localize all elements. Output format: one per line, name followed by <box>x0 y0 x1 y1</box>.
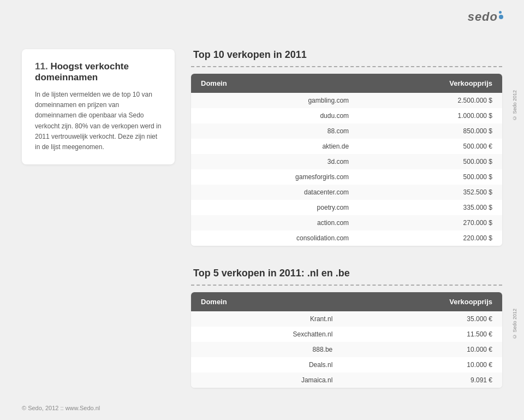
price-cell: 850.000 $ <box>359 123 502 139</box>
top10-col-domain: Domein <box>191 74 359 93</box>
logo-dot-small <box>499 11 502 14</box>
logo-text: sedo <box>468 10 498 24</box>
table-row: dudu.com 1.000.000 $ <box>191 108 502 123</box>
footer-text: © Sedo, 2012 :: www.Sedo.nl <box>22 405 100 411</box>
domain-cell: Krant.nl <box>191 311 342 327</box>
price-cell: 270.000 $ <box>359 215 502 230</box>
domain-cell: gambling.com <box>191 93 359 108</box>
left-panel: 11. Hoogst verkochte domeinnamen In de l… <box>22 49 175 388</box>
domain-cell: action.com <box>191 215 359 230</box>
table-row: 3d.com 500.000 $ <box>191 154 502 169</box>
table-row: Jamaica.nl 9.091 € <box>191 372 502 388</box>
main-content: 11. Hoogst verkochte domeinnamen In de l… <box>22 49 502 388</box>
sedo-logo: sedo <box>468 10 503 24</box>
table-row: action.com 270.000 $ <box>191 215 502 230</box>
table-row: Deals.nl 10.000 € <box>191 357 502 372</box>
price-cell: 11.500 € <box>342 327 502 342</box>
domain-cell: 88.com <box>191 123 359 139</box>
domain-cell: datacenter.com <box>191 185 359 200</box>
domain-cell: Sexchatten.nl <box>191 327 342 342</box>
top5-divider <box>191 285 502 286</box>
table-row: poetry.com 335.000 $ <box>191 200 502 215</box>
section-description: In de lijsten vermelden we de top 10 van… <box>35 90 162 152</box>
table-row: 888.be 10.000 € <box>191 342 502 357</box>
top5-table: Domein Verkoopprijs Krant.nl 35.000 € Se… <box>191 292 502 388</box>
top10-section: Top 10 verkopen in 2011 Domein Verkooppr… <box>191 49 502 246</box>
logo-dot-large <box>499 15 503 19</box>
intro-box: 11. Hoogst verkochte domeinnamen In de l… <box>22 49 175 164</box>
top10-table: Domein Verkoopprijs gambling.com 2.500.0… <box>191 74 502 246</box>
price-cell: 500.000 $ <box>359 169 502 185</box>
logo-decoration <box>499 11 503 19</box>
section-title: 11. Hoogst verkochte domeinnamen <box>35 61 162 83</box>
table-row: consolidation.com 220.000 $ <box>191 230 502 246</box>
price-cell: 10.000 € <box>342 342 502 357</box>
domain-cell: gamesforgirls.com <box>191 169 359 185</box>
top5-table-wrapper: Domein Verkoopprijs Krant.nl 35.000 € Se… <box>191 292 502 388</box>
table-row: datacenter.com 352.500 $ <box>191 185 502 200</box>
domain-cell: 3d.com <box>191 154 359 169</box>
price-cell: 352.500 $ <box>359 185 502 200</box>
price-cell: 35.000 € <box>342 311 502 327</box>
table-row: Krant.nl 35.000 € <box>191 311 502 327</box>
price-cell: 9.091 € <box>342 372 502 388</box>
top5-col-domain: Domein <box>191 292 342 311</box>
price-cell: 1.000.000 $ <box>359 108 502 123</box>
price-cell: 500.000 $ <box>359 154 502 169</box>
right-panel: Top 10 verkopen in 2011 Domein Verkooppr… <box>191 49 502 388</box>
domain-cell: consolidation.com <box>191 230 359 246</box>
price-cell: 10.000 € <box>342 357 502 372</box>
top5-section: Top 5 verkopen in 2011: .nl en .be Domei… <box>191 268 502 388</box>
table-row: gambling.com 2.500.000 $ <box>191 93 502 108</box>
footer: © Sedo, 2012 :: www.Sedo.nl <box>22 405 100 411</box>
price-cell: 335.000 $ <box>359 200 502 215</box>
table-row: gamesforgirls.com 500.000 $ <box>191 169 502 185</box>
top5-header-row: Domein Verkoopprijs <box>191 292 502 311</box>
top10-table-wrapper: Domein Verkoopprijs gambling.com 2.500.0… <box>191 74 502 246</box>
price-cell: 2.500.000 $ <box>359 93 502 108</box>
domain-cell: 888.be <box>191 342 342 357</box>
top5-copyright: © Sedo 2012 <box>512 309 517 339</box>
top5-col-price: Verkoopprijs <box>342 292 502 311</box>
table-row: 88.com 850.000 $ <box>191 123 502 139</box>
domain-cell: poetry.com <box>191 200 359 215</box>
top10-title: Top 10 verkopen in 2011 <box>191 49 502 61</box>
table-row: aktien.de 500.000 € <box>191 139 502 154</box>
top10-divider <box>191 66 502 67</box>
price-cell: 220.000 $ <box>359 230 502 246</box>
table-row: Sexchatten.nl 11.500 € <box>191 327 502 342</box>
domain-cell: Jamaica.nl <box>191 372 342 388</box>
page: sedo 11. Hoogst verkochte domeinnamen In… <box>0 0 524 420</box>
price-cell: 500.000 € <box>359 139 502 154</box>
domain-cell: aktien.de <box>191 139 359 154</box>
domain-cell: Deals.nl <box>191 357 342 372</box>
top10-header-row: Domein Verkoopprijs <box>191 74 502 93</box>
top10-col-price: Verkoopprijs <box>359 74 502 93</box>
domain-cell: dudu.com <box>191 108 359 123</box>
top5-title: Top 5 verkopen in 2011: .nl en .be <box>191 268 502 279</box>
top10-copyright: © Sedo 2012 <box>512 90 517 121</box>
